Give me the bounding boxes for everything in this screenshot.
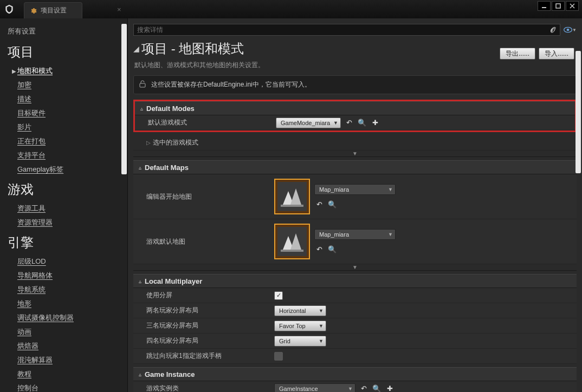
add-icon[interactable]: ✚ bbox=[385, 384, 395, 393]
sidebar-group-engine: 引擎 bbox=[8, 234, 127, 251]
sidebar-item-chaos[interactable]: 混沌解算器 bbox=[17, 353, 127, 367]
svg-rect-5 bbox=[140, 83, 145, 87]
triangle-down-icon: ▵ bbox=[140, 106, 143, 112]
reset-icon[interactable]: ↶ bbox=[314, 244, 324, 254]
sidebar-item-cooker[interactable]: 烘焙器 bbox=[17, 339, 127, 353]
chevron-down-icon: ▼ bbox=[319, 323, 324, 329]
window-controls bbox=[538, 1, 579, 11]
main-scrollbar[interactable] bbox=[575, 51, 581, 173]
prop-game-instance-class-label: 游戏实例类 bbox=[133, 384, 274, 392]
sidebar-scrollbar[interactable] bbox=[121, 24, 127, 174]
editor-start-map-dropdown[interactable]: Map_miara▼ bbox=[314, 184, 396, 195]
two-player-dropdown[interactable]: Horizontal▼ bbox=[274, 305, 326, 316]
game-default-map-dropdown[interactable]: Map_miara▼ bbox=[314, 229, 396, 240]
ue-logo bbox=[0, 0, 18, 18]
sidebar-all-settings[interactable]: 所有设置 bbox=[8, 24, 127, 39]
visibility-toggle[interactable]: ▼ bbox=[564, 24, 577, 35]
reset-icon[interactable]: ↶ bbox=[314, 199, 324, 209]
sidebar-item-movies[interactable]: 影片 bbox=[17, 120, 127, 134]
section-default-modes[interactable]: ▵ Default Modes bbox=[135, 101, 575, 115]
triangle-down-icon: ▵ bbox=[139, 278, 141, 284]
sidebar-item-nav-mesh[interactable]: 导航网格体 bbox=[17, 269, 127, 283]
section-local-multiplayer[interactable]: ▵ Local Multiplayer bbox=[133, 274, 577, 288]
tab-project-settings[interactable]: 项目设置 bbox=[24, 2, 82, 18]
game-instance-dropdown[interactable]: GameInstance▼ bbox=[274, 383, 355, 393]
map-thumbnail[interactable] bbox=[274, 224, 310, 259]
main-panel: 𝒪 ▼ ◢ 项目 - 地图和模式 默认地图、游戏模式和其他地图的相关设置。 导出… bbox=[127, 18, 582, 392]
use-splitscreen-checkbox[interactable]: ✓ bbox=[274, 291, 283, 300]
collapse-icon[interactable]: ◢ bbox=[133, 44, 139, 53]
prop-selected-gamemode[interactable]: ▷选中的游戏模式 bbox=[133, 138, 274, 147]
dropdown-value: Grid bbox=[279, 338, 290, 344]
sidebar-item-nav-system[interactable]: 导航系统 bbox=[17, 283, 127, 297]
chevron-down-icon: ▼ bbox=[348, 386, 353, 391]
default-gamemode-dropdown[interactable]: GameMode_miara ▼ bbox=[276, 117, 341, 128]
reset-icon[interactable]: ↶ bbox=[359, 384, 368, 393]
section-game-instance[interactable]: ▵ Game Instance bbox=[133, 367, 577, 381]
browse-icon[interactable]: 🔍 bbox=[357, 118, 367, 128]
search-box[interactable]: 𝒪 bbox=[133, 24, 560, 36]
section-label: Default Maps bbox=[145, 164, 189, 172]
expand-bar[interactable]: ▼ bbox=[133, 151, 577, 157]
sidebar-item-encryption[interactable]: 加密 bbox=[17, 78, 127, 92]
sidebar-item-maps-modes[interactable]: ▶地图和模式 bbox=[17, 64, 127, 78]
chevron-down-icon: ▼ bbox=[388, 187, 393, 192]
svg-rect-8 bbox=[281, 205, 303, 207]
reset-icon[interactable]: ↶ bbox=[344, 118, 354, 128]
sidebar-item-debug-cam[interactable]: 调试摄像机控制器 bbox=[17, 311, 127, 325]
skip-gamepad-checkbox[interactable] bbox=[274, 352, 283, 361]
sidebar-item-description[interactable]: 描述 bbox=[17, 92, 127, 106]
sidebar-item-console[interactable]: 控制台 bbox=[17, 381, 127, 392]
page-title: 项目 - 地图和模式 bbox=[141, 40, 244, 57]
search-input[interactable] bbox=[137, 26, 548, 34]
dropdown-value: Favor Top bbox=[279, 323, 306, 329]
prop-skip-gamepad-label: 跳过向玩家1指定游戏手柄 bbox=[133, 351, 274, 361]
sidebar-item-packaging[interactable]: 正在打包 bbox=[17, 134, 127, 148]
minimize-button[interactable] bbox=[538, 1, 551, 11]
gear-icon bbox=[30, 7, 37, 15]
sidebar-item-asset-manager[interactable]: 资源管理器 bbox=[17, 215, 127, 230]
browse-icon[interactable]: 🔍 bbox=[327, 244, 337, 254]
maximize-button[interactable] bbox=[552, 1, 565, 11]
prop-four-player-label: 四名玩家分屏布局 bbox=[133, 336, 274, 345]
export-button[interactable]: 导出...... bbox=[500, 48, 535, 60]
svg-marker-7 bbox=[290, 188, 301, 205]
sidebar-item-asset-tools[interactable]: 资源工具 bbox=[17, 201, 127, 215]
close-button[interactable] bbox=[566, 1, 579, 11]
sidebar-item-hlod[interactable]: 层级LOD bbox=[17, 254, 127, 269]
chevron-down-icon: ▼ bbox=[333, 120, 338, 126]
dropdown-value: Map_miara bbox=[319, 186, 349, 193]
sidebar-item-landscape[interactable]: 地形 bbox=[17, 297, 127, 311]
svg-point-4 bbox=[567, 29, 570, 31]
add-icon[interactable]: ✚ bbox=[370, 118, 380, 128]
tab-close[interactable]: × bbox=[117, 5, 121, 14]
browse-icon[interactable]: 🔍 bbox=[327, 199, 337, 209]
sidebar-item-anim[interactable]: 动画 bbox=[17, 325, 127, 339]
svg-rect-2 bbox=[556, 4, 560, 8]
import-button[interactable]: 导入...... bbox=[539, 48, 574, 60]
dropdown-value: Horizontal bbox=[279, 308, 306, 314]
prop-three-player-label: 三名玩家分屏布局 bbox=[133, 321, 274, 330]
browse-icon[interactable]: 🔍 bbox=[372, 384, 381, 393]
expand-bar[interactable]: ▼ bbox=[133, 264, 577, 271]
unlock-icon bbox=[139, 80, 146, 89]
svg-rect-1 bbox=[542, 7, 546, 8]
svg-marker-10 bbox=[290, 233, 301, 250]
section-default-maps[interactable]: ▵ Default Maps bbox=[133, 160, 577, 174]
info-bar: 这些设置被保存在DefaultEngine.ini中，它当前可写入。 bbox=[133, 75, 577, 94]
sidebar-item-gameplay-tags[interactable]: Gameplay标签 bbox=[17, 162, 127, 177]
tab-title: 项目设置 bbox=[41, 6, 67, 15]
sidebar-item-tutorial[interactable]: 教程 bbox=[17, 367, 127, 381]
section-label: Game Instance bbox=[145, 370, 195, 378]
caret-icon: ▶ bbox=[12, 68, 17, 74]
search-icon[interactable]: 𝒪 bbox=[548, 25, 557, 35]
four-player-dropdown[interactable]: Grid▼ bbox=[274, 336, 326, 347]
dropdown-value: Map_miara bbox=[319, 231, 349, 238]
map-thumbnail[interactable] bbox=[274, 179, 310, 214]
three-player-dropdown[interactable]: Favor Top▼ bbox=[274, 321, 326, 331]
chevron-down-icon: ▼ bbox=[388, 232, 393, 237]
sidebar-item-target-hw[interactable]: 目标硬件 bbox=[17, 106, 127, 120]
triangle-down-icon: ▵ bbox=[139, 165, 141, 171]
section-label: Default Modes bbox=[146, 104, 195, 113]
sidebar-item-platforms[interactable]: 支持平台 bbox=[17, 148, 127, 162]
